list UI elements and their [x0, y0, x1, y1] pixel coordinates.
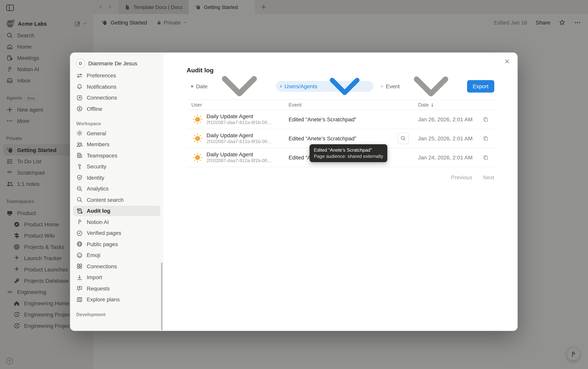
- grid-icon: [76, 263, 83, 269]
- agent-id: 2f102087-daa7-812a-8f1b-00…: [206, 158, 272, 164]
- download-icon: [76, 105, 83, 112]
- audit-log-panel: Audit log Date Users/Agents Event Export…: [163, 52, 518, 331]
- ai-face-icon: [76, 218, 83, 225]
- agent-id: 2f102087-daa7-812a-8f1b-00…: [206, 120, 272, 126]
- settings-nav-item-audit-log[interactable]: Audit log: [73, 205, 160, 216]
- settings-nav-label: Connections: [87, 94, 117, 101]
- magnifier-icon: [76, 196, 83, 203]
- settings-nav-item-teamspaces[interactable]: Teamspaces: [73, 150, 160, 161]
- settings-nav-item-verified-pages[interactable]: Verified pages: [73, 228, 160, 238]
- audit-table-row[interactable]: Daily Update Agent 2f102087-daa7-812a-8f…: [187, 110, 494, 129]
- filter-button-users-agents[interactable]: Users/Agents: [276, 81, 373, 92]
- settings-nav-item-connections[interactable]: Connections: [73, 92, 160, 103]
- arrow-out-icon: [76, 94, 83, 101]
- settings-nav-item-explore-plans[interactable]: Explore plans: [73, 294, 160, 305]
- copy-icon[interactable]: [483, 154, 489, 161]
- settings-nav-item-requests[interactable]: Requests: [73, 283, 160, 294]
- copy-icon[interactable]: [483, 116, 489, 123]
- next-button[interactable]: Next: [483, 174, 494, 180]
- filter-label: Users/Agents: [284, 83, 317, 89]
- date-cell: Jan 26, 2026, 2:01 AM: [418, 116, 494, 123]
- sun-icon: [192, 133, 203, 144]
- settings-nav-label: Analytics: [87, 185, 109, 192]
- filters-row: Date Users/Agents Event Export: [187, 81, 494, 92]
- sun-icon: [192, 152, 203, 163]
- settings-nav-item-notifications[interactable]: Notifications: [73, 81, 160, 92]
- settings-nav-item-connections[interactable]: Connections: [73, 261, 160, 271]
- settings-nav-label: Offline: [87, 106, 102, 112]
- sun-icon: [192, 114, 203, 125]
- development-section-label: Development: [70, 311, 163, 318]
- settings-nav-label: Verified pages: [87, 230, 121, 236]
- calendar-icon: [191, 83, 194, 89]
- settings-modal: D Dianmarie De Jesus Preferences Notific…: [70, 52, 518, 331]
- members-icon: [76, 141, 83, 148]
- sliders-icon: [76, 72, 83, 79]
- key-icon: [76, 163, 83, 170]
- smiley-icon: [76, 252, 83, 258]
- date-cell: Jan 24, 2026, 2:01 AM: [418, 154, 494, 161]
- import-icon: [76, 274, 83, 281]
- user-cell: Daily Update Agent 2f102087-daa7-812a-8f…: [187, 132, 289, 145]
- settings-nav-item-offline[interactable]: Offline: [73, 103, 160, 114]
- settings-nav-label: Preferences: [87, 72, 116, 79]
- settings-nav-item-members[interactable]: Members: [73, 139, 160, 150]
- settings-nav-item-security[interactable]: Security: [73, 161, 160, 172]
- filter-label: Event: [386, 83, 400, 89]
- header-user[interactable]: User: [187, 102, 289, 108]
- settings-nav-item-general[interactable]: General: [73, 128, 160, 138]
- settings-nav-label: Public pages: [87, 241, 118, 247]
- filter-button-date[interactable]: Date: [187, 81, 273, 92]
- building-icon: [76, 152, 83, 159]
- close-icon[interactable]: ✕: [503, 57, 511, 66]
- settings-nav-label: Requests: [87, 285, 110, 291]
- gear-icon: [76, 130, 83, 136]
- person-icon: [280, 83, 282, 89]
- header-date[interactable]: Date ↓: [418, 102, 494, 108]
- settings-nav-item-content-search[interactable]: Content search: [73, 195, 160, 205]
- account-item[interactable]: D Dianmarie De Jesus: [73, 57, 160, 70]
- settings-nav-item-public-pages[interactable]: Public pages: [73, 239, 160, 249]
- settings-nav-item-emoji[interactable]: Emoji: [73, 250, 160, 260]
- sort-descending-icon: ↓: [430, 102, 434, 107]
- agent-name: Daily Update Agent: [206, 132, 272, 139]
- scroll-icon: [76, 207, 83, 214]
- agent-name: Daily Update Agent: [206, 151, 272, 158]
- bell-icon: [76, 83, 83, 90]
- settings-nav-item-import[interactable]: Import: [73, 272, 160, 283]
- settings-nav-label: Teamspaces: [87, 152, 117, 158]
- settings-workspace-list: General Members Teamspaces Security Iden…: [70, 128, 163, 305]
- header-event[interactable]: Event: [289, 102, 418, 108]
- copy-icon[interactable]: [483, 135, 489, 142]
- settings-nav-item-preferences[interactable]: Preferences: [73, 70, 160, 81]
- settings-nav-label: Members: [87, 141, 110, 147]
- settings-nav-label: Content search: [87, 196, 124, 203]
- settings-nav-item-notion-ai[interactable]: Notion AI: [73, 216, 160, 227]
- export-button[interactable]: Export: [467, 80, 494, 92]
- shield-icon: [76, 174, 83, 181]
- tooltip: Edited “Anete’s Scratchpad” Page audienc…: [309, 144, 387, 162]
- settings-nav-label: Connections: [87, 263, 117, 269]
- workspace-section-label: Workspace: [70, 120, 163, 127]
- user-cell: Daily Update Agent 2f102087-daa7-812a-8f…: [187, 113, 289, 126]
- previous-button[interactable]: Previous: [451, 174, 472, 180]
- account-name: Dianmarie De Jesus: [88, 60, 137, 66]
- filters: Date Users/Agents Event: [187, 81, 464, 92]
- date-cell: Jan 25, 2026, 2:01 AM: [418, 135, 494, 142]
- map-icon: [76, 296, 83, 303]
- settings-nav-label: Explore plans: [87, 296, 120, 303]
- settings-nav-label: Emoji: [87, 252, 100, 258]
- badge-icon: [76, 230, 83, 236]
- settings-nav-item-identity[interactable]: Identity: [73, 172, 160, 183]
- request-icon: [76, 285, 83, 292]
- filter-button-event[interactable]: Event: [376, 81, 464, 92]
- date-text: Jan 26, 2026, 2:01 AM: [418, 116, 473, 123]
- date-text: Jan 24, 2026, 2:01 AM: [418, 154, 473, 161]
- settings-nav-label: General: [87, 130, 106, 136]
- settings-account-list: Preferences Notifications Connections Of…: [70, 70, 163, 114]
- row-inspect-button[interactable]: [397, 133, 409, 144]
- settings-nav-item-analytics[interactable]: Analytics: [73, 183, 160, 194]
- settings-nav-label: Security: [87, 163, 106, 170]
- nav-scrollbar[interactable]: [161, 262, 163, 330]
- user-cell: Daily Update Agent 2f102087-daa7-812a-8f…: [187, 151, 289, 164]
